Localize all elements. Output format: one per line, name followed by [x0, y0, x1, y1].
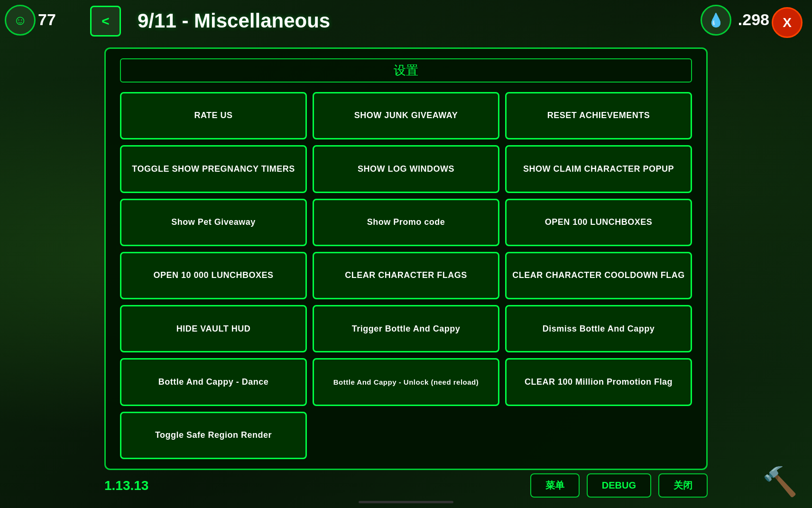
- show-promo-code-button[interactable]: Show Promo code: [313, 199, 499, 246]
- clear-character-cooldown-flag-button[interactable]: CLEAR CHARACTER COOLDOWN FLAG: [505, 252, 692, 299]
- coin-icon-right: 💧: [701, 5, 731, 36]
- close-panel-button[interactable]: 关闭: [658, 473, 708, 498]
- bottle-cappy-unlock-button[interactable]: Bottle And Cappy - Unlock (need reload): [313, 358, 499, 406]
- show-junk-giveaway-button[interactable]: SHOW JUNK GIVEAWAY: [313, 92, 499, 139]
- close-button[interactable]: X: [772, 7, 803, 38]
- show-pet-giveaway-button[interactable]: Show Pet Giveaway: [120, 199, 307, 246]
- show-claim-character-popup-button[interactable]: SHOW CLAIM CHARACTER POPUP: [505, 145, 692, 193]
- toggle-safe-region-button[interactable]: Toggle Safe Region Render: [120, 412, 307, 459]
- main-panel: 设置 RATE US SHOW JUNK GIVEAWAY RESET ACHI…: [104, 47, 708, 470]
- bottom-buttons: 菜单 DEBUG 关闭: [530, 473, 708, 498]
- coin-icon-left: ☺: [5, 5, 36, 36]
- menu-button[interactable]: 菜单: [530, 473, 580, 498]
- open-10000-lunchboxes-button[interactable]: OPEN 10 000 LUNCHBOXES: [120, 252, 307, 299]
- version-label: 1.13.13: [104, 478, 148, 493]
- clear-100-million-button[interactable]: CLEAR 100 Million Promotion Flag: [505, 358, 692, 406]
- hide-vault-hud-button[interactable]: HIDE VAULT HUD: [120, 305, 307, 352]
- trigger-bottle-cappy-button[interactable]: Trigger Bottle And Cappy: [313, 305, 499, 352]
- reset-achievements-button[interactable]: RESET ACHIEVEMENTS: [505, 92, 692, 139]
- show-log-windows-button[interactable]: SHOW LOG WINDOWS: [313, 145, 499, 193]
- bottom-bar: 1.13.13 菜单 DEBUG 关闭: [104, 473, 708, 498]
- buttons-grid: RATE US SHOW JUNK GIVEAWAY RESET ACHIEVE…: [120, 92, 692, 459]
- hammer-icon: 🔨: [762, 465, 798, 499]
- toggle-pregnancy-timers-button[interactable]: TOGGLE SHOW PREGNANCY TIMERS: [120, 145, 307, 193]
- dismiss-bottle-cappy-button[interactable]: Dismiss Bottle And Cappy: [505, 305, 692, 352]
- back-button[interactable]: <: [90, 6, 121, 37]
- rate-us-button[interactable]: RATE US: [120, 92, 307, 139]
- scroll-indicator: [359, 501, 453, 503]
- open-100-lunchboxes-button[interactable]: OPEN 100 LUNCHBOXES: [505, 199, 692, 246]
- score-left: 77: [38, 10, 56, 29]
- clear-character-flags-button[interactable]: CLEAR CHARACTER FLAGS: [313, 252, 499, 299]
- page-title: 9/11 - Miscellaneous: [138, 9, 330, 32]
- header-bar: ☺ 77 < 9/11 - Miscellaneous 💧 .298 X: [0, 0, 812, 43]
- score-right: .298: [738, 10, 769, 29]
- panel-title: 设置: [120, 58, 692, 83]
- bottle-dance-cappy-button[interactable]: Bottle And Cappy - Dance: [120, 358, 307, 406]
- debug-button[interactable]: DEBUG: [587, 473, 651, 498]
